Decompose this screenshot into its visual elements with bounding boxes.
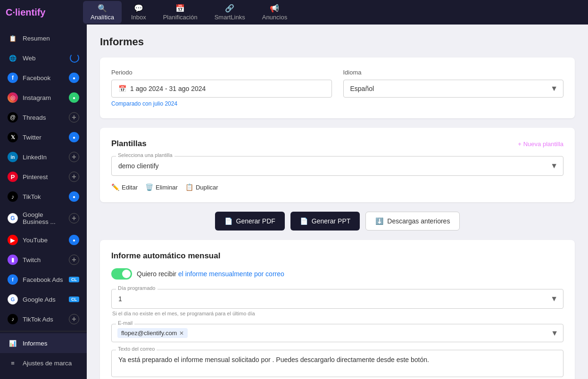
tiktok-icon: ♪ [8,191,18,202]
nav-label-anuncios: Anuncios [262,14,287,21]
email-tag-close-button[interactable]: ✕ [179,330,184,337]
template-select-label: Selecciona una plantilla [116,152,174,158]
generate-row: 📄 Generar PDF 📄 Generar PPT ⬇️ Descargas… [100,212,575,231]
sidebar-label-youtube: YouTube [23,237,64,244]
edit-label: Editar [122,184,138,191]
idioma-group: Idioma Español English Français Deutsch … [343,69,564,98]
toggle-label-prefix: Quiero recibir [137,270,178,278]
resumen-icon: 📋 [8,33,18,43]
sidebar-item-googlebusiness[interactable]: G Google Business ... + [0,206,87,230]
sidebar-label-twitter: Twitter [23,134,64,141]
periodo-idioma-card: Periodo 📅 1 ago 2024 - 31 ago 2024 Compa… [100,58,575,118]
nav-label-planificacion: Planificación [163,14,198,21]
sidebar-item-ajustes[interactable]: ≡ Ajustes de marca [0,353,87,373]
sidebar-label-resumen: Resumen [23,35,79,42]
twitter-icon: 𝕏 [8,132,18,142]
nav-items: 🔍 Analítica 💬 Inbox 📅 Planificación 🔗 Sm… [83,1,295,24]
texto-field: Texto del correo Ya está preparado el in… [111,350,563,379]
edit-template-button[interactable]: ✏️ Editar [111,183,138,191]
sidebar-item-resumen[interactable]: 📋 Resumen [0,28,87,48]
idioma-select[interactable]: Español English Français Deutsch Italian… [343,80,564,98]
analitica-icon: 🔍 [98,4,107,13]
monthly-report-toggle[interactable] [111,268,132,280]
instagram-badge: ● [69,92,79,103]
email-field-wrapper[interactable]: flopez@clientify.com ✕ ▼ [111,324,563,342]
anuncios-icon: 📢 [270,4,279,13]
logo: C·lientify [6,7,72,18]
email-label: E-mail [116,320,134,326]
duplicate-label: Duplicar [196,184,218,191]
sidebar-label-tiktok: TikTok [23,193,64,200]
date-value: 1 ago 2024 - 31 ago 2024 [130,85,206,92]
sidebar-item-informes[interactable]: 📊 Informes [0,333,87,353]
dia-select[interactable]: 12345 1015202528 [111,289,563,309]
sidebar-item-twitch[interactable]: ▮ Twitch + [0,250,87,270]
nueva-plantilla-button[interactable]: + Nueva plantilla [518,140,563,148]
nav-label-analitica: Analítica [91,14,114,21]
date-picker[interactable]: 📅 1 ago 2024 - 31 ago 2024 [111,80,332,98]
web-icon: 🌐 [8,53,18,63]
nav-item-analitica[interactable]: 🔍 Analítica [83,1,122,24]
tiktokads-icon: ♪ [8,314,18,324]
threads-icon: @ [8,112,18,123]
sidebar-item-youtube[interactable]: ▶ YouTube ● [0,230,87,250]
youtube-icon: ▶ [8,235,18,245]
sidebar-label-tiktokads: TikTok Ads [23,316,64,323]
googlebusiness-badge: + [69,213,79,223]
twitch-badge: + [69,255,79,265]
generate-ppt-button[interactable]: 📄 Generar PPT [290,212,360,231]
youtube-badge: ● [69,235,79,245]
sidebar-item-tiktokads[interactable]: ♪ TikTok Ads + [0,309,87,329]
tiktokads-badge: + [69,314,79,324]
sidebar-label-facebook: Facebook [23,74,64,82]
sidebar-item-linkedin[interactable]: in LinkedIn + [0,147,87,167]
linkedin-badge: + [69,152,79,162]
sidebar-label-googleads: Google Ads [23,296,64,303]
dia-label: Día programado [116,285,157,291]
sidebar-item-instagram[interactable]: ◎ Instagram ● [0,88,87,107]
sidebar-item-web[interactable]: 🌐 Web [0,48,87,68]
sidebar-item-twitter[interactable]: 𝕏 Twitter ● [0,127,87,147]
nav-item-smartlinks[interactable]: 🔗 SmartLinks [207,1,253,24]
downloads-button[interactable]: ⬇️ Descargas anteriores [365,212,460,231]
email-field-group: E-mail flopez@clientify.com ✕ ▼ [111,324,563,342]
calendar-icon: 📅 [118,85,126,92]
downloads-label: Descargas anteriores [387,217,450,225]
plantillas-header: Plantillas + Nueva plantilla [111,139,563,148]
page-title: Informes [100,36,575,48]
sidebar-item-facebookads[interactable]: f Facebook Ads CL [0,270,87,289]
nav-item-anuncios[interactable]: 📢 Anuncios [255,1,295,24]
sidebar-label-informes: Informes [23,340,79,347]
compare-text: Comparado con julio 2024 [111,100,332,107]
sidebar-item-googleads[interactable]: G Google Ads CL [0,289,87,309]
nav-item-inbox[interactable]: 💬 Inbox [124,1,154,24]
sidebar-label-threads: Threads [23,114,64,121]
template-select[interactable]: demo clientify Template 1 Template 2 [111,156,563,176]
toggle-thumb [122,270,131,278]
sidebar-item-threads[interactable]: @ Threads + [0,107,87,127]
sidebar-label-ajustes: Ajustes de marca [23,360,79,367]
sidebar-item-pinterest[interactable]: P Pinterest + [0,167,87,187]
sidebar-item-tiktok[interactable]: ♪ TikTok ● [0,187,87,206]
sidebar-label-googlebusiness: Google Business ... [23,211,64,225]
sidebar-item-facebook[interactable]: f Facebook ● [0,68,87,88]
plus-icon: + [518,140,522,148]
duplicate-template-button[interactable]: 📋 Duplicar [185,183,218,191]
sidebar-divider [0,331,87,331]
template-actions: ✏️ Editar 🗑️ Eliminar 📋 Duplicar [111,183,563,191]
nav-item-planificacion[interactable]: 📅 Planificación [156,1,205,24]
generate-pdf-label: Generar PDF [236,217,275,225]
toggle-label: Quiero recibir el informe mensualmente p… [137,270,284,278]
pinterest-badge: + [69,172,79,182]
texto-input[interactable]: Ya está preparado el informe mensual sol… [111,350,563,377]
main-layout: 📋 Resumen 🌐 Web f Facebook ● ◎ Instagram… [0,25,588,379]
dia-field: Día programado 12345 1015202528 ▼ Si el … [111,289,563,316]
sidebar-label-twitch: Twitch [23,256,64,264]
generate-pdf-button[interactable]: 📄 Generar PDF [215,212,285,231]
top-nav: C·lientify 🔍 Analítica 💬 Inbox 📅 Planifi… [0,0,588,25]
email-chevron-icon: ▼ [551,329,558,338]
delete-template-button[interactable]: 🗑️ Eliminar [145,183,178,191]
ajustes-icon: ≡ [8,358,18,368]
facebook-icon: f [8,73,18,83]
sidebar-label-web: Web [23,55,65,62]
